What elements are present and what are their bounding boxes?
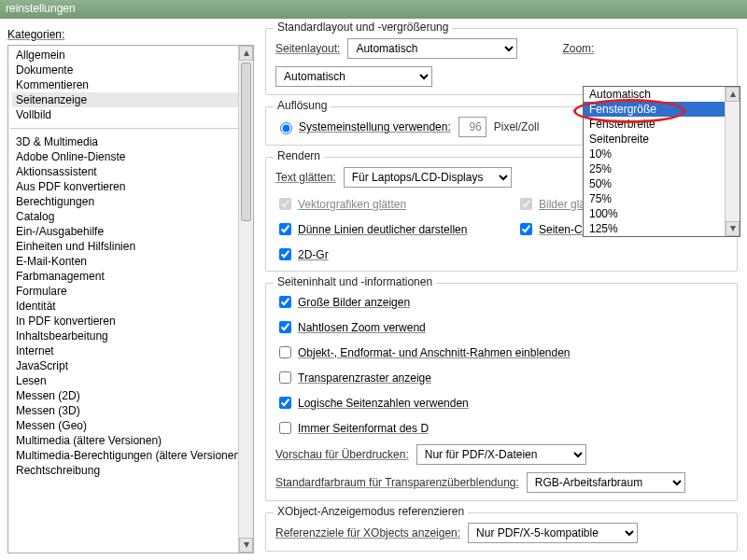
smooth-zoom-checkbox[interactable]: Nahtlosen Zoom verwend [275,318,426,336]
large-images-checkbox[interactable]: Große Bilder anzeigen [275,293,574,311]
dropdown-option[interactable]: Automatisch [584,87,740,102]
dropdown-option[interactable]: 125% [584,221,740,236]
list-item[interactable]: Aus PDF konvertieren [12,179,253,194]
scroll-up-icon[interactable]: ▴ [239,46,253,61]
list-item[interactable]: Multimedia (ältere Versionen) [12,433,253,448]
list-item[interactable]: Identität [12,299,253,314]
dropdown-option[interactable]: Fensterbreite [584,117,740,132]
resolution-value [458,117,486,137]
scroll-down-icon[interactable]: ▾ [726,221,740,236]
dropdown-option[interactable]: 75% [584,191,740,206]
colorspace-label: Standardfarbraum für Transparenzüberblen… [275,476,519,489]
dropdown-option[interactable]: Fenstergröße [584,102,740,117]
group-render-legend: Rendern [274,149,324,162]
trans-grid-checkbox[interactable]: Transparenzraster anzeige [275,369,431,386]
zoom-dropdown-popup[interactable]: AutomatischFenstergrößeFensterbreiteSeit… [583,86,740,237]
scroll-up-icon[interactable]: ▴ [726,87,740,102]
twod-checkbox[interactable]: 2D-Gr [275,245,329,263]
list-item[interactable]: Messen (Geo) [12,418,253,433]
list-item[interactable]: Seitenanzeige [12,92,253,107]
trans-grid-input[interactable] [279,371,291,384]
always-format-label: Immer Seitenformat des D [298,422,429,435]
list-item[interactable]: Kommentieren [12,77,253,92]
window-title: reinstellungen [0,0,747,19]
list-item[interactable]: Farbmanagement [12,269,253,284]
list-item[interactable]: Formulare [12,284,253,299]
scroll-thumb[interactable] [241,63,251,221]
group-pagecontent: Seiteninhalt und -informationen Große Bi… [265,283,738,501]
vec-smooth-input [279,198,291,210]
overprint-select[interactable]: Nur für PDF/X-Dateien [416,444,586,465]
twod-input[interactable] [279,248,291,260]
page-layout-label: Seitenlayout: [275,42,340,55]
list-item[interactable]: Multimedia-Berechtigungen (ältere Versio… [12,448,253,463]
list-separator [10,128,251,129]
list-item[interactable]: Allgemein [12,48,253,63]
categories-listbox[interactable]: AllgemeinDokumenteKommentierenSeitenanze… [7,45,254,553]
dropdown-option[interactable]: Seitenbreite [584,132,740,147]
obj-frames-label: Objekt-, Endformat- und Anschnitt-Rahmen… [298,346,571,359]
large-images-input[interactable] [279,296,291,308]
list-item[interactable]: Dokumente [12,63,253,77]
dropdown-scrollbar[interactable]: ▴ ▾ [725,87,740,236]
large-images-label: Große Bilder anzeigen [298,296,410,309]
overprint-label: Vorschau für Überdrucken: [275,448,409,461]
text-smooth-label: Text glätten: [275,171,336,184]
zoom-select[interactable]: Automatisch [275,66,432,87]
img-smooth-input [520,198,532,210]
list-item[interactable]: In PDF konvertieren [12,314,253,329]
text-smooth-select[interactable]: Für Laptops/LCD-Displays [344,167,512,188]
sidebar: Kategorien: AllgemeinDokumenteKommentier… [0,19,261,560]
dropdown-option[interactable]: 50% [584,176,740,191]
use-system-radio-input[interactable] [280,122,292,134]
listbox-scrollbar[interactable]: ▴ ▾ [238,46,253,553]
list-item[interactable]: 3D & Multimedia [12,134,253,149]
thin-lines-checkbox[interactable]: Dünne Linien deutlicher darstellen [275,220,509,238]
thin-lines-input[interactable] [279,223,291,235]
xobject-ref-select[interactable]: Nur PDF/X-5-kompatible [468,523,638,543]
list-item[interactable]: Adobe Online-Dienste [12,149,253,164]
dropdown-option[interactable]: 25% [584,161,740,176]
group-xobject-legend: XObject-Anzeigemodus referenzieren [274,505,468,518]
list-item[interactable]: Rechtschreibung [12,463,253,478]
smooth-zoom-label: Nahtlosen Zoom verwend [298,321,426,334]
categories-label: Kategorien: [7,28,254,41]
scroll-down-icon[interactable]: ▾ [239,538,253,553]
list-item[interactable]: Einheiten und Hilfslinien [12,239,253,254]
list-item[interactable]: Berechtigungen [12,194,253,209]
always-format-checkbox[interactable]: Immer Seitenformat des D [275,419,429,437]
page-layout-select[interactable]: Automatisch [347,38,517,59]
zoom-label: Zoom: [562,42,594,55]
list-item[interactable]: Messen (2D) [12,388,253,403]
group-resolution-legend: Auflösung [274,99,331,112]
logic-pages-input[interactable] [279,397,291,409]
list-item[interactable]: Lesen [12,373,253,388]
list-item[interactable]: Ein-/Ausgabehilfe [12,224,253,239]
list-item[interactable]: Vollbild [12,107,253,122]
xobject-ref-label: Referenzziele für XObjects anzeigen: [275,526,460,539]
use-system-label: Systemeinstellung verwenden: [299,120,451,133]
dropdown-option[interactable]: 10% [584,147,740,161]
list-item[interactable]: Aktionsassistent [12,164,253,179]
logic-pages-label: Logische Seitenzahlen verwenden [298,397,469,410]
list-item[interactable]: Internet [12,343,253,358]
list-item[interactable]: JavaScript [12,358,253,373]
group-xobject: XObject-Anzeigemodus referenzieren Refer… [265,512,738,552]
list-item[interactable]: E-Mail-Konten [12,254,253,269]
group-layout-legend: Standardlayout und -vergrößerung [274,21,452,34]
list-item[interactable]: Inhaltsbearbeitung [12,329,253,343]
trans-grid-label: Transparenzraster anzeige [298,371,431,385]
vec-smooth-label: Vektorgrafiken glätten [298,198,406,211]
list-item[interactable]: Catalog [12,209,253,224]
group-pagecontent-legend: Seiteninhalt und -informationen [274,275,436,288]
page-cache-input[interactable] [520,223,532,235]
logic-pages-checkbox[interactable]: Logische Seitenzahlen verwenden [275,394,574,412]
colorspace-select[interactable]: RGB-Arbeitsfarbraum [527,472,685,493]
list-item[interactable]: Messen (3D) [12,403,253,418]
obj-frames-input[interactable] [279,346,291,358]
dropdown-option[interactable]: 100% [584,206,740,221]
obj-frames-checkbox[interactable]: Objekt-, Endformat- und Anschnitt-Rahmen… [275,343,574,361]
smooth-zoom-input[interactable] [279,321,291,333]
always-format-input[interactable] [279,422,291,434]
use-system-radio[interactable]: Systemeinstellung verwenden: [275,119,451,134]
